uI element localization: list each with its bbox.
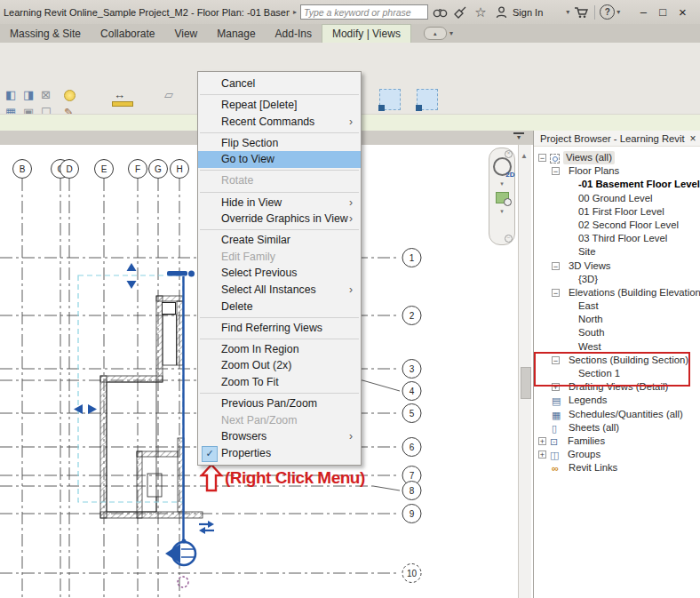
tree-item-label[interactable]: 00 Ground Level xyxy=(578,192,653,205)
tree-item-label[interactable]: Views (all) xyxy=(563,151,615,164)
menu-item-previous-pan-zoom[interactable]: Previous Pan/Zoom xyxy=(198,395,361,412)
tab-manage[interactable]: Manage xyxy=(207,24,265,43)
close-button[interactable]: × xyxy=(673,4,691,20)
menu-item-hide-in-view[interactable]: Hide in View› xyxy=(198,195,361,211)
tree-item--01-basement-floor-level[interactable]: -01 Basement Floor Level xyxy=(534,178,700,191)
tree-item-03-third-floor-level[interactable]: 03 Third Floor Level xyxy=(534,232,700,245)
collapse-expander-icon[interactable]: − xyxy=(538,154,546,162)
tree-item-schedules-quantities-all-[interactable]: ▦Schedules/Quantities (all) xyxy=(534,408,700,421)
tree-item-label[interactable]: Groups xyxy=(568,448,601,461)
tree-item-label[interactable]: Revit Links xyxy=(569,461,617,474)
tree-item-3d-views[interactable]: −3D Views xyxy=(534,259,700,273)
collapse-expander-icon[interactable]: − xyxy=(552,262,560,270)
menu-item-zoom-in-region[interactable]: Zoom In Region xyxy=(198,341,361,358)
tree-item-label[interactable]: Elevations (Building Elevation) xyxy=(569,286,700,299)
align-icon[interactable]: ◧ xyxy=(5,89,16,101)
collapse-expander-icon[interactable]: − xyxy=(552,289,560,297)
menu-item-repeat-delete-[interactable]: Repeat [Delete] xyxy=(198,97,361,114)
scrollbar-up-icon[interactable]: ▲ xyxy=(521,152,528,160)
tree-item-elevations-building-elevation-[interactable]: −Elevations (Building Elevation) xyxy=(534,286,700,299)
menu-item-delete[interactable]: Delete xyxy=(198,299,361,315)
tree-item-groups[interactable]: +◫Groups xyxy=(534,448,700,461)
ribbon-collapse-button[interactable]: ▴ xyxy=(424,27,447,40)
menu-item-create-similar[interactable]: Create Similar xyxy=(198,232,361,249)
tree-item-label[interactable]: Sheets (all) xyxy=(569,421,619,435)
tree-item-legends[interactable]: ▤Legends xyxy=(534,394,700,407)
navbar-close-icon[interactable]: × xyxy=(505,150,513,158)
minimize-button[interactable]: – xyxy=(634,5,652,19)
panel-close-icon[interactable]: × xyxy=(686,132,700,145)
tree-item-families[interactable]: +⊡Families xyxy=(534,435,700,448)
tree-item-label[interactable]: {3D} xyxy=(578,273,598,286)
help-icon[interactable]: ? xyxy=(600,4,615,20)
ribbon-collapse-caret-icon[interactable]: ▾ xyxy=(449,29,453,37)
tree-item-label[interactable]: 02 Second Floor Level xyxy=(578,219,679,232)
measure-icon[interactable]: ↔ xyxy=(114,89,125,101)
tab-collaborate[interactable]: Collaborate xyxy=(91,24,164,43)
sign-in-label[interactable]: Sign In xyxy=(513,7,543,18)
help-dropdown-icon[interactable]: ▾ xyxy=(616,8,620,16)
exchange-apps-cart-icon[interactable] xyxy=(572,4,590,21)
tab-view[interactable]: View xyxy=(164,24,207,43)
tree-item-label[interactable]: 01 First Floor Level xyxy=(578,205,664,219)
steering-wheel-dropdown-icon[interactable]: ▾ xyxy=(500,180,504,187)
zoom-region-icon[interactable] xyxy=(496,192,509,203)
collapse-expander-icon[interactable]: − xyxy=(552,167,560,175)
tree-item-sheets-all-[interactable]: ▯Sheets (all) xyxy=(534,421,700,435)
tree-item-01-first-floor-level[interactable]: 01 First Floor Level xyxy=(534,205,700,219)
menu-item-properties[interactable]: Properties✓ xyxy=(198,445,361,462)
menu-item-select-all-instances[interactable]: Select All Instances› xyxy=(198,282,361,299)
menu-item-browsers[interactable]: Browsers› xyxy=(198,428,361,445)
tree-item-label[interactable]: Site xyxy=(578,245,595,259)
menu-item-flip-section[interactable]: Flip Section xyxy=(198,135,361,152)
menu-item-override-graphics-in-view[interactable]: Override Graphics in View› xyxy=(198,211,361,227)
sign-in-icon[interactable] xyxy=(492,4,510,21)
expand-expander-icon[interactable]: + xyxy=(538,437,546,445)
tree-item-label[interactable]: East xyxy=(578,299,599,313)
collapse-panel-icon[interactable]: ▾ xyxy=(513,132,524,140)
tree-item-label[interactable]: North xyxy=(578,313,603,326)
menu-item-zoom-to-fit[interactable]: Zoom To Fit xyxy=(198,374,361,391)
tab-add-ins[interactable]: Add-Ins xyxy=(266,24,322,43)
tree-item-00-ground-level[interactable]: 00 Ground Level xyxy=(534,192,700,205)
expand-expander-icon[interactable]: + xyxy=(538,450,546,458)
tree-item-02-second-floor-level[interactable]: 02 Second Floor Level xyxy=(534,219,700,232)
menu-item-go-to-view[interactable]: Go to View xyxy=(198,151,361,168)
scrollbar-thumb[interactable] xyxy=(521,367,531,399)
favorites-star-icon[interactable]: ☆ xyxy=(472,4,489,21)
menu-item-cancel[interactable]: Cancel xyxy=(198,76,361,92)
search-icon[interactable] xyxy=(431,4,449,21)
tree-item-label[interactable]: 3D Views xyxy=(569,259,611,273)
tree-item-label[interactable]: Legends xyxy=(569,394,607,407)
navbar-minimize-icon[interactable]: − xyxy=(505,235,513,243)
steering-wheel-2d-icon[interactable]: 2D xyxy=(493,157,512,176)
tree-item-label[interactable]: Floor Plans xyxy=(569,164,619,178)
title-expand-arrow-icon[interactable]: ▸ xyxy=(293,8,297,16)
tab-modify-views[interactable]: Modify | Views xyxy=(322,24,411,43)
maximize-button[interactable]: □ xyxy=(654,5,672,19)
communication-center-icon[interactable] xyxy=(451,4,469,21)
create-group-icon[interactable]: ▱ xyxy=(164,89,173,101)
lightbulb-icon[interactable] xyxy=(64,90,76,101)
tree-item-views-all-[interactable]: −Views (all) xyxy=(534,151,700,164)
tree-item-east[interactable]: East xyxy=(534,299,700,313)
cut-geometry-icon[interactable]: ⊠ xyxy=(41,89,51,101)
menu-item-select-previous[interactable]: Select Previous xyxy=(198,265,361,282)
canvas-vertical-scrollbar[interactable]: ▲ xyxy=(518,145,531,598)
project-browser-header[interactable]: Project Browser - Learning Revit O... × xyxy=(534,131,700,147)
tree-item-label[interactable]: 03 Third Floor Level xyxy=(578,232,667,245)
tree-item-north[interactable]: North xyxy=(534,313,700,326)
tab-massing-site[interactable]: Massing & Site xyxy=(0,24,91,43)
tree-item-site[interactable]: Site xyxy=(534,245,700,259)
tree-item-label[interactable]: Families xyxy=(568,435,605,448)
tree-item--3d-[interactable]: {3D} xyxy=(534,273,700,286)
menu-item-find-referring-views[interactable]: Find Referring Views xyxy=(198,320,361,337)
tree-item-revit-links[interactable]: ∞Revit Links xyxy=(534,461,700,474)
tree-item-floor-plans[interactable]: −Floor Plans xyxy=(534,164,700,178)
tree-item-label[interactable]: -01 Basement Floor Level xyxy=(578,178,700,191)
signin-dropdown-icon[interactable]: ▾ xyxy=(566,8,569,16)
zoom-dropdown-icon[interactable]: ▾ xyxy=(500,208,504,215)
cope-icon[interactable]: ◨ xyxy=(23,89,34,101)
tree-item-label[interactable]: Schedules/Quantities (all) xyxy=(569,408,683,421)
menu-item-zoom-out-2x-[interactable]: Zoom Out (2x) xyxy=(198,357,361,374)
